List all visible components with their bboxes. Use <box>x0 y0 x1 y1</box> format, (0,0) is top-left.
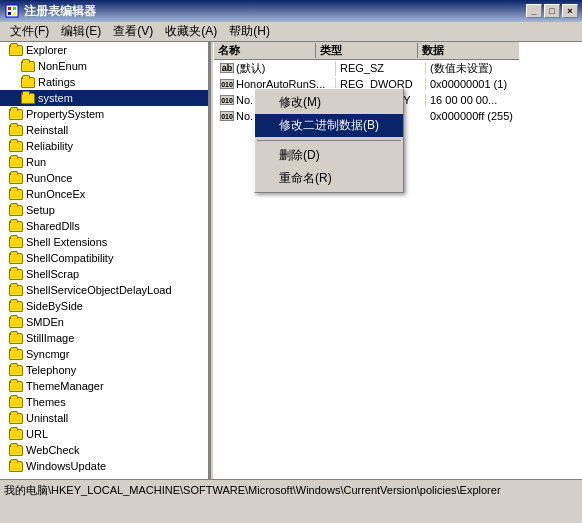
tree-item-label: RunOnceEx <box>26 188 85 200</box>
folder-icon <box>8 155 24 169</box>
tree-item-label: URL <box>26 428 48 440</box>
window-controls[interactable]: _ □ × <box>526 4 578 18</box>
status-path: 我的电脑\HKEY_LOCAL_MACHINE\SOFTWARE\Microso… <box>4 483 578 498</box>
tree-item[interactable]: WebCheck <box>0 442 208 458</box>
tree-item-label: NonEnum <box>38 60 87 72</box>
tree-item-label: Reliability <box>26 140 73 152</box>
col-name-header: 名称 <box>214 43 316 58</box>
context-menu-item[interactable]: 修改(M) <box>255 91 403 114</box>
folder-icon <box>8 395 24 409</box>
tree-item-label: SideBySide <box>26 300 83 312</box>
folder-icon <box>8 267 24 281</box>
tree-item[interactable]: Setup <box>0 202 208 218</box>
folder-icon <box>8 235 24 249</box>
tree-item-label: ShellServiceObjectDelayLoad <box>26 284 172 296</box>
folder-icon <box>8 331 24 345</box>
tree-item[interactable]: Syncmgr <box>0 346 208 362</box>
folder-icon <box>8 427 24 441</box>
tree-item-label: ShellCompatibility <box>26 252 113 264</box>
tree-item[interactable]: ShellScrap <box>0 266 208 282</box>
tree-item[interactable]: WindowsUpdate <box>0 458 208 474</box>
close-button[interactable]: × <box>562 4 578 18</box>
folder-icon <box>20 59 36 73</box>
context-menu-item[interactable]: 修改二进制数据(B) <box>255 114 403 137</box>
tree-item-label: Telephony <box>26 364 76 376</box>
folder-icon <box>8 363 24 377</box>
folder-icon <box>8 443 24 457</box>
context-menu-item[interactable]: 重命名(R) <box>255 167 403 190</box>
menu-view[interactable]: 查看(V) <box>107 21 159 42</box>
minimize-button[interactable]: _ <box>526 4 542 18</box>
reg-cell-name: ab(默认) <box>216 61 336 76</box>
tree-item-label: StillImage <box>26 332 74 344</box>
tree-item[interactable]: ThemeManager <box>0 378 208 394</box>
context-menu-item[interactable]: 删除(D) <box>255 144 403 167</box>
tree-item[interactable]: Ratings <box>0 74 208 90</box>
menu-edit[interactable]: 编辑(E) <box>55 21 107 42</box>
folder-icon <box>8 315 24 329</box>
maximize-button[interactable]: □ <box>544 4 560 18</box>
folder-icon <box>8 299 24 313</box>
reg-cell-data: 16 00 00 00... <box>426 94 517 106</box>
folder-icon <box>8 347 24 361</box>
binary-icon: 010 <box>220 95 234 105</box>
tree-item-label: PropertySystem <box>26 108 104 120</box>
tree-item[interactable]: system <box>0 90 208 106</box>
tree-item-label: Explorer <box>26 44 67 56</box>
main-area: ExplorerNonEnumRatingssystemPropertySyst… <box>0 42 582 479</box>
tree-item[interactable]: Themes <box>0 394 208 410</box>
tree-item-label: RunOnce <box>26 172 72 184</box>
tree-item[interactable]: NonEnum <box>0 58 208 74</box>
reg-cell-data: (数值未设置) <box>426 61 517 76</box>
tree-item[interactable]: Explorer <box>0 42 208 58</box>
tree-item[interactable]: ShellCompatibility <box>0 250 208 266</box>
tree-item-label: Shell Extensions <box>26 236 107 248</box>
tree-item[interactable]: Shell Extensions <box>0 234 208 250</box>
tree-item[interactable]: SideBySide <box>0 298 208 314</box>
tree-item[interactable]: SMDEn <box>0 314 208 330</box>
tree-item[interactable]: Reliability <box>0 138 208 154</box>
tree-item[interactable]: RunOnce <box>0 170 208 186</box>
col-data-header: 数据 <box>418 43 519 58</box>
tree-item-label: Run <box>26 156 46 168</box>
tree-item-label: Syncmgr <box>26 348 69 360</box>
tree-item[interactable]: Run <box>0 154 208 170</box>
folder-icon <box>8 187 24 201</box>
binary-icon: 010 <box>220 79 234 89</box>
menu-file[interactable]: 文件(F) <box>4 21 55 42</box>
tree-item-label: Uninstall <box>26 412 68 424</box>
tree-item[interactable]: RunOnceEx <box>0 186 208 202</box>
tree-item-label: Themes <box>26 396 66 408</box>
reg-cell-type: REG_SZ <box>336 62 426 74</box>
registry-values[interactable]: ab(默认)REG_SZ(数值未设置)010HonorAutoRunS...RE… <box>214 60 519 479</box>
context-menu-separator <box>257 140 401 141</box>
registry-tree[interactable]: ExplorerNonEnumRatingssystemPropertySyst… <box>0 42 208 479</box>
tree-item-label: Setup <box>26 204 55 216</box>
col-type-header: 类型 <box>316 43 418 58</box>
folder-icon <box>8 107 24 121</box>
svg-rect-0 <box>6 5 18 17</box>
tree-item[interactable]: Reinstall <box>0 122 208 138</box>
folder-icon <box>20 91 36 105</box>
tree-item-label: Reinstall <box>26 124 68 136</box>
registry-row[interactable]: ab(默认)REG_SZ(数值未设置) <box>214 60 519 76</box>
menu-help[interactable]: 帮助(H) <box>223 21 276 42</box>
folder-icon <box>20 75 36 89</box>
tree-item[interactable]: PropertySystem <box>0 106 208 122</box>
tree-item[interactable]: Uninstall <box>0 410 208 426</box>
tree-item[interactable]: URL <box>0 426 208 442</box>
binary-icon: 010 <box>220 111 234 121</box>
tree-item[interactable]: ShellServiceObjectDelayLoad <box>0 282 208 298</box>
tree-item-label: ShellScrap <box>26 268 79 280</box>
tree-item[interactable]: SharedDlls <box>0 218 208 234</box>
right-pane: 名称 类型 数据 ab(默认)REG_SZ(数值未设置)010HonorAuto… <box>214 42 519 479</box>
tree-item-label: WindowsUpdate <box>26 460 106 472</box>
menu-favorites[interactable]: 收藏夹(A) <box>159 21 223 42</box>
tree-pane: ExplorerNonEnumRatingssystemPropertySyst… <box>0 42 210 479</box>
folder-icon <box>8 139 24 153</box>
tree-item[interactable]: Telephony <box>0 362 208 378</box>
tree-item-label: SMDEn <box>26 316 64 328</box>
tree-item[interactable]: StillImage <box>0 330 208 346</box>
split-pane: ExplorerNonEnumRatingssystemPropertySyst… <box>0 42 519 479</box>
svg-rect-4 <box>13 12 16 15</box>
